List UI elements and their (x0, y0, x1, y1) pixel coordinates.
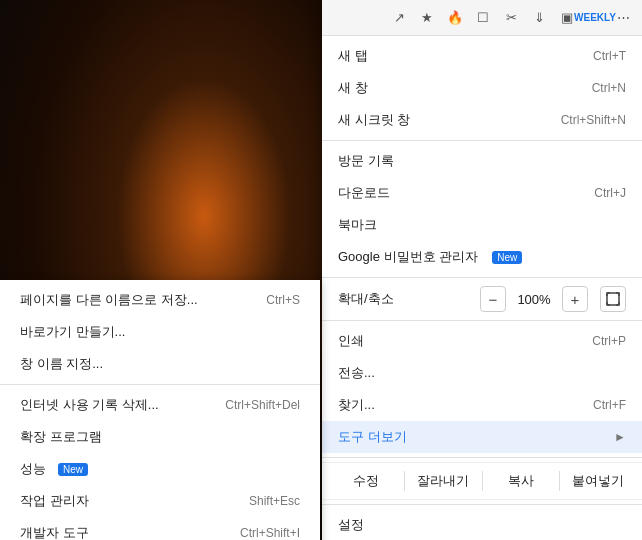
menu-item-label: 새 창 (338, 79, 368, 97)
menu-shortcut: Ctrl+J (594, 186, 626, 200)
menu-divider-3 (322, 320, 642, 321)
left-menu-label: 작업 관리자 (20, 492, 89, 510)
menu-item-cast[interactable]: 전송... (322, 357, 642, 389)
menu-item-new-window[interactable]: 새 창 Ctrl+N (322, 72, 642, 104)
left-menu-label: 인터넷 사용 기록 삭제... (20, 396, 159, 414)
star-icon[interactable]: ★ (416, 7, 438, 29)
menu-item-incognito[interactable]: 새 시크릿 창 Ctrl+Shift+N (322, 104, 642, 136)
menu-item-label: 찾기... (338, 396, 375, 414)
menu-shortcut: Ctrl+N (592, 81, 626, 95)
menu-topbar: ↗ ★ 🔥 ☐ ✂ ⇓ ▣ WEEKLY ⋯ (322, 0, 642, 36)
menu-shortcut: Ctrl+Shift+N (561, 113, 626, 127)
menu-item-label: 새 시크릿 창 (338, 111, 410, 129)
menu-shortcut: ► (614, 430, 626, 444)
download-icon[interactable]: ⇓ (528, 7, 550, 29)
menu-shortcut: Ctrl+T (593, 49, 626, 63)
menu-item-settings[interactable]: 설정 (322, 509, 642, 540)
left-shortcut: Ctrl+Shift+I (240, 526, 300, 540)
menu-item-print[interactable]: 인쇄 Ctrl+P (322, 325, 642, 357)
zoom-row: 확대/축소 − 100% + (322, 282, 642, 316)
share-icon[interactable]: ↗ (388, 7, 410, 29)
menu-item-label: 전송... (338, 364, 375, 382)
menu-divider-4 (322, 457, 642, 458)
menu-item-password-manager[interactable]: Google 비밀번호 관리자 New (322, 241, 642, 273)
menu-item-left: Google 비밀번호 관리자 New (338, 248, 522, 266)
zoom-value: 100% (514, 292, 554, 307)
left-menu-item-task-manager[interactable]: 작업 관리자 Shift+Esc (0, 485, 320, 517)
edit-row: 수정 잘라내기 복사 붙여넣기 (322, 462, 642, 500)
left-menu-item-performance[interactable]: 성능 New (0, 453, 320, 485)
zoom-fullscreen-button[interactable] (600, 286, 626, 312)
left-menu-item-save-page[interactable]: 페이지를 다른 이름으로 저장... Ctrl+S (0, 284, 320, 316)
menu-item-label: 인쇄 (338, 332, 364, 350)
menu-item-downloads[interactable]: 다운로드 Ctrl+J (322, 177, 642, 209)
menu-item-find[interactable]: 찾기... Ctrl+F (322, 389, 642, 421)
right-menu-panel: ↗ ★ 🔥 ☐ ✂ ⇓ ▣ WEEKLY ⋯ 새 탭 Ctrl+T 새 창 Ct… (322, 0, 642, 540)
left-menu-label: 바로가기 만들기... (20, 323, 125, 341)
left-menu-item-shortcut[interactable]: 바로가기 만들기... (0, 316, 320, 348)
performance-new-badge: New (58, 463, 88, 476)
left-divider (0, 384, 320, 385)
left-menu-item-devtools[interactable]: 개발자 도구 Ctrl+Shift+I (0, 517, 320, 540)
svg-rect-0 (607, 293, 619, 305)
left-menu-label: 창 이름 지정... (20, 355, 103, 373)
flame-icon[interactable]: 🔥 (444, 7, 466, 29)
zoom-minus-button[interactable]: − (480, 286, 506, 312)
menu-item-label: 새 탭 (338, 47, 368, 65)
left-menu-label: 확장 프로그램 (20, 428, 102, 446)
left-menu-label: 개발자 도구 (20, 524, 89, 540)
left-shortcut: Ctrl+Shift+Del (225, 398, 300, 412)
left-menu-label: 성능 (20, 460, 46, 478)
left-menu-item-extensions[interactable]: 확장 프로그램 (0, 421, 320, 453)
cut-button[interactable]: 잘라내기 (407, 467, 479, 495)
puzzle-icon[interactable]: ☐ (472, 7, 494, 29)
menu-item-bookmarks[interactable]: 북마크 (322, 209, 642, 241)
menu-body: 새 탭 Ctrl+T 새 창 Ctrl+N 새 시크릿 창 Ctrl+Shift… (322, 36, 642, 540)
menu-item-new-tab[interactable]: 새 탭 Ctrl+T (322, 40, 642, 72)
menu-divider-2 (322, 277, 642, 278)
menu-item-label: Google 비밀번호 관리자 (338, 248, 478, 266)
menu-shortcut: Ctrl+F (593, 398, 626, 412)
menu-divider-1 (322, 140, 642, 141)
edit-divider (559, 471, 560, 491)
menu-item-label: 다운로드 (338, 184, 390, 202)
menu-item-label: 북마크 (338, 216, 377, 234)
edit-divider (404, 471, 405, 491)
zoom-plus-button[interactable]: + (562, 286, 588, 312)
menu-item-label: 방문 기록 (338, 152, 394, 170)
menu-divider-5 (322, 504, 642, 505)
left-shortcut: Ctrl+S (266, 293, 300, 307)
left-menu-label: 페이지를 다른 이름으로 저장... (20, 291, 198, 309)
paste-button[interactable]: 붙여넣기 (562, 467, 634, 495)
menu-item-more-tools[interactable]: 도구 더보기 ► (322, 421, 642, 453)
new-badge: New (492, 251, 522, 264)
left-submenu: 페이지를 다른 이름으로 저장... Ctrl+S 바로가기 만들기... 창 … (0, 280, 320, 540)
left-menu-item-name-window[interactable]: 창 이름 지정... (0, 348, 320, 380)
zoom-label: 확대/축소 (338, 290, 394, 308)
menu-item-history[interactable]: 방문 기록 (322, 145, 642, 177)
left-menu-item-clear-history[interactable]: 인터넷 사용 기록 삭제... Ctrl+Shift+Del (0, 389, 320, 421)
edit-divider (482, 471, 483, 491)
menu-more-icon[interactable]: ⋯ (612, 7, 634, 29)
weekly-icon[interactable]: WEEKLY (584, 7, 606, 29)
copy-button[interactable]: 복사 (485, 467, 557, 495)
menu-shortcut: Ctrl+P (592, 334, 626, 348)
menu-item-label: 설정 (338, 516, 364, 534)
edit-button[interactable]: 수정 (330, 467, 402, 495)
left-shortcut: Shift+Esc (249, 494, 300, 508)
menu-item-label: 도구 더보기 (338, 428, 407, 446)
zoom-controls: − 100% + (480, 286, 626, 312)
cut-icon[interactable]: ✂ (500, 7, 522, 29)
